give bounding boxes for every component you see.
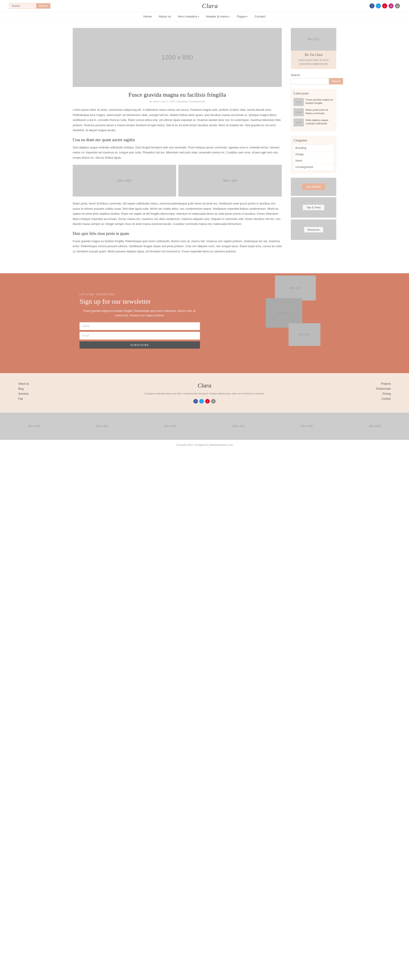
category-uncategorized[interactable]: Uncategorized: [294, 164, 334, 170]
main-navigation: Home About us Hero headers ▾ Header & me…: [0, 12, 409, 21]
nav-pages[interactable]: Pages ▾: [237, 15, 248, 18]
chevron-down-icon: ▾: [246, 16, 248, 18]
footer-main: About us Blog Services Faq Clara Curabit…: [0, 373, 409, 413]
profile-description: Lorem ipsum dolor sit amet, consectetur …: [291, 58, 336, 65]
gallery-item-2: 800 x 800: [68, 413, 136, 440]
footer-email-icon[interactable]: @: [211, 399, 216, 404]
page-wrapper: 1200 x 850 Fusce gravida magna eu facili…: [68, 21, 341, 264]
category-design[interactable]: Design: [294, 151, 334, 157]
footer-link-projects[interactable]: Projects: [298, 382, 391, 385]
footer-center: Clara Curabitur molestie lorem sed diam …: [111, 382, 298, 404]
sidebar-latest-posts: Latest posts 150x86 Fusce gravida magna …: [291, 89, 336, 131]
bottom-gallery: 800 x 800 800 x 800 800 x 800 800 x 800 …: [0, 413, 409, 440]
pinterest-icon[interactable]: p: [382, 3, 387, 8]
nav-about[interactable]: About us: [158, 15, 171, 18]
latest-post-title-1: Fusce gravida magna eu facilisis fringil…: [306, 98, 334, 105]
footer-link-pricing[interactable]: Pricing: [298, 392, 391, 395]
site-logo[interactable]: Clara: [202, 2, 218, 10]
top-bar: Search Clara f t p in @: [0, 0, 409, 12]
latest-post-thumb-1: 150x86: [294, 98, 304, 106]
newsletter-images: 800 x 640 800 x 800 800 x 500: [209, 287, 329, 355]
latest-post-item-2[interactable]: 150x86 Etiam porta lorem id finibus comm…: [294, 108, 334, 116]
instagram-icon[interactable]: in: [388, 3, 393, 8]
chevron-down-icon: ▾: [229, 16, 230, 18]
footer-tagline: Curabitur molestie lorem sed diam condim…: [111, 392, 298, 396]
footer-link-blog[interactable]: Blog: [18, 387, 111, 390]
footer-link-services[interactable]: Services: [18, 392, 111, 395]
twitter-icon[interactable]: t: [376, 3, 381, 8]
profile-name: Hi, I'm Clara: [291, 53, 336, 57]
newsletter-email-input[interactable]: [80, 332, 200, 339]
article-paragraph-2: Duis dapibus augue molestie sollicitudin…: [73, 145, 282, 161]
latest-post-title-2: Etiam porta lorem id finibus commodo: [306, 108, 334, 115]
footer-social-icons: f t p @: [111, 399, 298, 404]
footer-link-testimonials[interactable]: Testimonials: [298, 387, 391, 390]
gallery-item-4: 800 x 800: [204, 413, 273, 440]
footer-link-about[interactable]: About us: [18, 382, 111, 385]
newsletter-subscribe-button[interactable]: SUBSCRIBE: [80, 341, 200, 348]
facebook-icon[interactable]: f: [369, 3, 374, 8]
copyright-bar: Copyright 2022 | Designed by MarkHendrik…: [0, 440, 409, 450]
sidebar-profile-widget: 800 x 622 Hi, I'm Clara Lorem ipsum dolo…: [291, 28, 336, 69]
sidebar-search-button[interactable]: Search: [329, 78, 343, 84]
nav-hero-headers[interactable]: Hero headers ▾: [178, 15, 199, 18]
footer-facebook-icon[interactable]: f: [193, 399, 198, 404]
footer-link-contact[interactable]: Contact: [298, 397, 391, 400]
resources-button[interactable]: Resources: [304, 227, 323, 232]
latest-post-title-3: Nulla dapibus augue molestie sollicitudi…: [306, 118, 334, 126]
newsletter-eyebrow: LET'S GET CONNECTED: [80, 293, 200, 296]
article-heading-1: Cras eu diam nec quam auctor sagittis: [73, 138, 282, 142]
article-paragraph-1: Lorem ipsum dolor sit amet, consectetur …: [73, 107, 282, 133]
gallery-item-1: 800 x 800: [0, 413, 68, 440]
footer-pinterest-icon[interactable]: p: [205, 399, 210, 404]
article-title: Fusce gravida magna eu facilisis fringil…: [73, 91, 282, 98]
newsletter-form-column: LET'S GET CONNECTED Sign up for our news…: [80, 293, 200, 348]
latest-post-item-3[interactable]: 150x86 Nulla dapibus augue molestie soll…: [294, 118, 334, 126]
nav-contact[interactable]: Contact: [254, 15, 265, 18]
newsletter-name-input[interactable]: [80, 322, 200, 330]
latest-post-thumb-2: 150x86: [294, 108, 304, 116]
sidebar-categories: Categories Branding Design News Uncatego…: [291, 136, 336, 173]
newsletter-image-1: 800 x 640: [275, 275, 316, 301]
gallery-item-3: 800 x 800: [136, 413, 204, 440]
newsletter-section: LET'S GET CONNECTED Sign up for our news…: [0, 273, 409, 373]
category-branding[interactable]: Branding: [294, 145, 334, 151]
sidebar-cta-tips: Tips & Tricks: [291, 197, 336, 218]
hero-image: 1200 x 850: [73, 28, 282, 87]
nav-home[interactable]: Home: [143, 15, 152, 18]
footer-right-links: Projects Testimonials Pricing Contact: [298, 382, 391, 402]
article-image-row: 800 x 800 800 x 800: [73, 165, 282, 197]
copyright-text: Copyright 2022 | Designed by MarkHendrik…: [176, 444, 233, 446]
nav-header-menu[interactable]: Header & menu ▾: [206, 15, 230, 18]
newsletter-description: Fusce gravida magna eu facilisis fringil…: [80, 309, 200, 318]
article-body: Lorem ipsum dolor sit amet, consectetur …: [73, 107, 282, 254]
sidebar-search-input[interactable]: [291, 78, 329, 84]
footer: About us Blog Services Faq Clara Curabit…: [0, 373, 409, 450]
footer-logo: Clara: [111, 382, 298, 389]
main-content: 1200 x 850 Fusce gravida magna eu facili…: [73, 28, 282, 258]
header-search-button[interactable]: Search: [36, 3, 50, 9]
article-heading-2: Duis quis felis risus proin in quam: [73, 231, 282, 236]
gallery-item-6: 800 x 800: [341, 413, 409, 440]
header-search-input[interactable]: [9, 3, 36, 9]
gallery-item-5: 800 x 800: [273, 413, 341, 440]
sidebar-cta-get-started: Get Started: [291, 178, 336, 196]
newsletter-title: Sign up for our newsletter: [80, 298, 200, 305]
article-image-left: 800 x 800: [73, 165, 176, 197]
tips-tricks-button[interactable]: Tips & Tricks: [303, 205, 324, 210]
chevron-down-icon: ▾: [198, 16, 199, 18]
footer-link-faq[interactable]: Faq: [18, 397, 111, 400]
email-icon[interactable]: @: [395, 3, 400, 8]
article-paragraph-4: Fusce gravida magna eu facilisis fringil…: [73, 239, 282, 254]
get-started-button[interactable]: Get Started: [302, 183, 325, 190]
header-social-icons: f t p in @: [369, 3, 400, 8]
category-news[interactable]: News: [294, 158, 334, 164]
footer-left-links: About us Blog Services Faq: [18, 382, 111, 402]
categories-title: Categories: [294, 139, 334, 142]
sidebar-search-widget: Search Search: [291, 73, 336, 84]
header-search: Search: [9, 3, 50, 9]
latest-posts-title: Latest posts: [294, 92, 334, 95]
latest-post-item-1[interactable]: 150x86 Fusce gravida magna eu facilisis …: [294, 98, 334, 106]
latest-post-thumb-3: 150x86: [294, 118, 304, 126]
footer-twitter-icon[interactable]: t: [199, 399, 204, 404]
